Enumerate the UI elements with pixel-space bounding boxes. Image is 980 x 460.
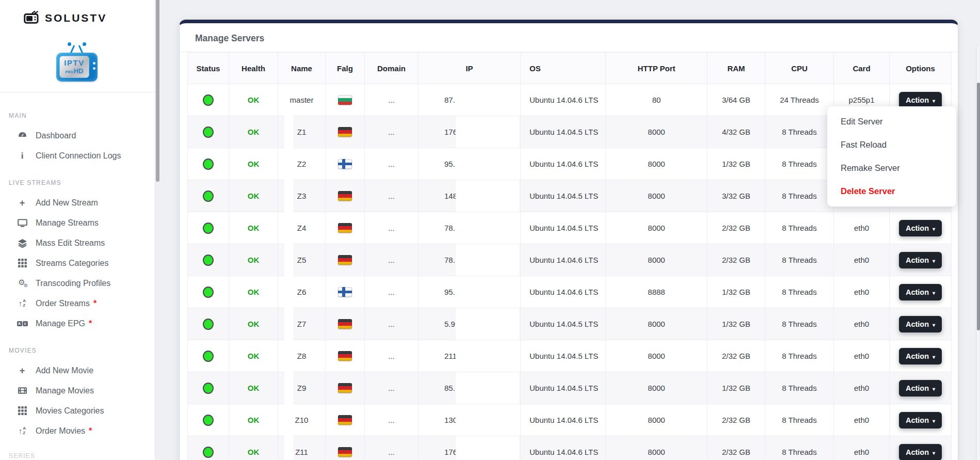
server-row-z7: OKZ7...5.9Ubuntu 14.04.5 LTS80001/32 GB8… [188,308,952,340]
server-name: Z7 [297,320,307,328]
server-name: Z10 [295,416,309,424]
cpu-cell: 8 Threads [765,436,834,460]
required-asterisk: * [89,319,92,328]
health-cell: OK [229,180,278,212]
health-ok-label: OK [248,448,260,456]
action-button[interactable]: Action▾ [899,92,942,108]
dropdown-item-edit-server[interactable]: Edit Server [827,110,956,133]
sidebar-item-streams-categories[interactable]: Streams Categories [0,253,155,273]
cpu-cell: 8 Threads [765,308,834,340]
flag-fi-icon [338,159,352,169]
sidebar-item-manage-movies[interactable]: Manage Movies [0,380,155,401]
action-button[interactable]: Action▾ [899,284,942,300]
ip-redaction [456,244,519,276]
os-cell: Ubuntu 14.04.5 LTS [521,212,606,244]
ip-cell: 95. [419,276,521,308]
dropdown-item-fast-reload[interactable]: Fast Reload [827,133,956,156]
col-ip: IP [419,53,521,84]
status-dot-online [203,158,214,170]
http-port-cell: 8000 [606,244,708,276]
ip-redaction [456,148,519,180]
options-cell: Action▾ [890,436,952,460]
ram-cell: 4/32 GB [708,116,765,148]
http-port-cell: 8000 [606,148,708,180]
sidebar-item-mass-edit-streams[interactable]: Mass Edit Streams [0,233,155,253]
os-cell: Ubuntu 14.04.5 LTS [521,372,606,404]
server-row-z5: OKZ5...78.Ubuntu 14.04.6 LTS80002/32 GB8… [188,244,952,276]
action-button[interactable]: Action▾ [899,220,942,236]
action-button[interactable]: Action▾ [899,316,942,332]
os-cell: Ubuntu 14.04.5 LTS [521,308,606,340]
col-ram: RAM [708,53,765,84]
ip-cell: 130 [419,404,521,436]
http-port-cell: 8000 [606,404,708,436]
sidebar-item-manage-epg[interactable]: AzManage EPG* [0,313,155,334]
caret-down-icon: ▾ [933,322,935,328]
sidebar-item-movies-categories[interactable]: Movies Categories [0,401,155,421]
action-button[interactable]: Action▾ [899,444,942,460]
flag-cell [326,244,365,276]
ip-cell: 148 [419,180,521,212]
domain-cell: ... [365,308,419,340]
sidebar-item-manage-streams[interactable]: Manage Streams [0,213,155,233]
ip-fragment: 95. [444,160,455,168]
dropdown-item-delete-server[interactable]: Delete Server [827,180,956,203]
status-cell [188,276,229,308]
section-label-live-streams: LIVE STREAMS [0,178,155,193]
domain-cell: ... [365,340,419,372]
server-row-z10: OKZ10...130Ubuntu 14.04.6 LTS80002/32 GB… [188,404,952,436]
sidebar-item-transcoding-profiles[interactable]: ⚙⚙Transcoding Profiles [0,273,155,293]
ram-cell: 2/32 GB [708,212,765,244]
status-cell [188,244,229,276]
sidebar-item-label: Add New Stream [36,198,98,208]
iptv-prohd-logo: IPTV PROHD [54,43,101,84]
server-name: master [290,96,314,104]
action-button[interactable]: Action▾ [899,252,942,268]
brand[interactable]: SOLUSTV [0,0,155,26]
sidebar-item-dashboard[interactable]: Dashboard [0,125,155,146]
sidebar-scrollbar[interactable] [156,0,159,182]
server-name: Z6 [297,288,307,296]
ram-cell: 1/32 GB [708,276,765,308]
health-cell: OK [229,116,278,148]
page-scrollbar-thumb[interactable] [977,83,980,330]
server-row-z6: OKZ6...95.Ubuntu 14.04.6 LTS88881/32 GB8… [188,276,952,308]
col-falg: Falg [326,53,365,84]
sidebar-item-label: Order Movies [36,426,85,436]
domain-cell: ... [365,212,419,244]
status-cell [188,148,229,180]
sidebar-item-client-connection-logs[interactable]: iClient Connection Logs [0,146,155,166]
page-scrollbar[interactable] [976,46,980,460]
ip-redaction [456,372,519,404]
server-name: Z9 [297,384,307,392]
col-health: Health [229,53,278,84]
http-port-cell: 8000 [606,436,708,460]
sidebar-item-add-new-movie[interactable]: +Add New Movie [0,360,155,380]
action-button[interactable]: Action▾ [899,348,942,364]
card-cell: eth0 [834,212,890,244]
http-port-cell: 8000 [606,308,708,340]
server-name: Z1 [297,128,307,136]
os-cell: Ubuntu 14.04.6 LTS [521,436,606,460]
section-label-movies: MOVIES [0,346,155,360]
caret-down-icon: ▾ [933,418,935,424]
sidebar-item-order-movies[interactable]: ↑AZOrder Movies* [0,421,155,441]
health-ok-label: OK [248,320,260,328]
sidebar-item-add-new-stream[interactable]: +Add New Stream [0,193,155,213]
sidebar-item-order-streams[interactable]: ↑AZOrder Streams* [0,293,155,313]
cpu-cell: 8 Threads [765,116,834,148]
action-button[interactable]: Action▾ [899,380,942,396]
action-button[interactable]: Action▾ [899,412,942,429]
ip-fragment: 78. [444,224,455,232]
sort-alpha-icon: ↑AZ [16,426,28,436]
card-cell: eth0 [834,372,890,404]
col-http-port: HTTP Port [606,53,708,84]
flag-cell [326,116,365,148]
sidebar: SOLUSTV IPTV PROHD MAINDashboardiClient … [0,0,155,460]
dropdown-item-remake-server[interactable]: Remake Server [827,156,956,180]
domain-cell: ... [365,276,419,308]
server-row-z9: OKZ9...85.Ubuntu 14.04.5 LTS80001/32 GB8… [188,372,952,404]
cpu-cell: 8 Threads [765,244,834,276]
health-ok-label: OK [248,128,260,136]
plus-icon: + [16,366,28,375]
